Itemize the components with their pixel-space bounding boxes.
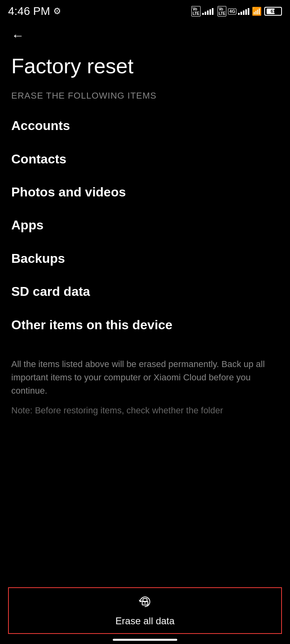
- signal-bars-1: [202, 8, 213, 15]
- nav-bar: ←: [0, 21, 290, 47]
- warning-section: All the items listed above will be erase…: [0, 341, 290, 425]
- list-item-other-items: Other items on this device: [11, 308, 279, 341]
- battery-label: 61: [265, 8, 281, 15]
- section-header: ERASE THE FOLLOWING ITEMS: [0, 91, 290, 109]
- signal-group-1: VoLTE: [191, 6, 213, 17]
- gear-icon: ⚙: [53, 6, 61, 17]
- warning-text: All the items listed above will be erase…: [11, 357, 279, 397]
- status-bar: 4:46 PM ⚙ VoLTE VoLTE 4G: [0, 0, 290, 21]
- list-item-sd-card: SD card data: [11, 275, 279, 308]
- erase-icon: [138, 594, 152, 612]
- items-list: Accounts Contacts Photos and videos Apps…: [0, 109, 290, 341]
- status-left: 4:46 PM ⚙: [8, 5, 61, 18]
- wifi-icon: 📶: [252, 6, 262, 16]
- status-time: 4:46 PM: [8, 5, 50, 18]
- signal-bars-2: [238, 8, 249, 15]
- battery-indicator: 61: [264, 7, 282, 16]
- page-title: Factory reset: [0, 47, 290, 91]
- signal-group-2: VoLTE 4G: [218, 6, 249, 17]
- list-item-photos-videos: Photos and videos: [11, 175, 279, 208]
- erase-all-data-button[interactable]: Erase all data: [8, 587, 282, 634]
- volte-badge-2: VoLTE: [218, 6, 227, 17]
- 4g-badge: 4G: [228, 8, 236, 14]
- bottom-area: Erase all data: [0, 587, 290, 644]
- volte-badge-1: VoLTE: [191, 6, 201, 17]
- list-item-backups: Backups: [11, 242, 279, 275]
- list-item-apps: Apps: [11, 208, 279, 242]
- list-item-contacts: Contacts: [11, 142, 279, 175]
- erase-button-label: Erase all data: [116, 615, 175, 627]
- list-item-accounts: Accounts: [11, 109, 279, 142]
- status-right: VoLTE VoLTE 4G 📶: [191, 6, 282, 17]
- home-indicator: [0, 634, 290, 644]
- home-bar: [113, 639, 177, 641]
- svg-point-2: [145, 603, 146, 604]
- note-text: Note: Before restoring items, check whet…: [11, 404, 279, 417]
- back-button[interactable]: ←: [10, 27, 26, 43]
